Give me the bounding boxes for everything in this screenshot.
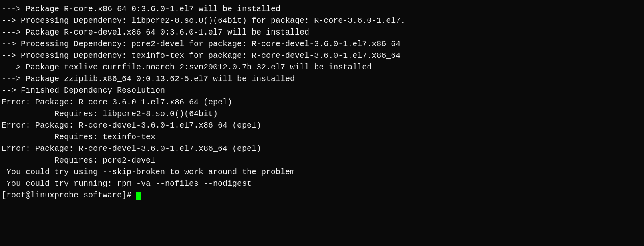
terminal-line: ---> Package zziplib.x86_64 0:0.13.62-5.… [2,73,642,85]
terminal-line: ---> Package texlive-currfile.noarch 2:s… [2,61,642,73]
terminal-cursor [136,192,141,200]
terminal-line: Requires: libpcre2-8.so.0()(64bit) [2,108,642,120]
terminal-line: ---> Package R-core-devel.x86_64 0:3.6.0… [2,26,642,38]
terminal-line: You could try using --skip-broken to wor… [2,166,642,178]
terminal-line: Error: Package: R-core-devel-3.6.0-1.el7… [2,120,642,131]
terminal-line: [root@linuxprobe software]# [2,189,642,201]
terminal-line: Requires: pcre2-devel [2,155,642,166]
terminal-line: --> Processing Dependency: texinfo-tex f… [2,50,642,61]
terminal-line: --> Processing Dependency: pcre2-devel f… [2,38,642,50]
terminal-line: Error: Package: R-core-3.6.0-1.el7.x86_6… [2,96,642,108]
terminal-line: --> Processing Dependency: libpcre2-8.so… [2,15,642,26]
terminal-line: --> Finished Dependency Resolution [2,85,642,96]
terminal-line: You could try running: rpm -Va --nofiles… [2,178,642,189]
terminal-line: Error: Package: R-core-devel-3.6.0-1.el7… [2,143,642,155]
terminal-line: ---> Package R-core.x86_64 0:3.6.0-1.el7… [2,3,642,15]
terminal-window: ---> Package R-core.x86_64 0:3.6.0-1.el7… [0,0,644,246]
terminal-output: ---> Package R-core.x86_64 0:3.6.0-1.el7… [2,3,642,201]
terminal-line: Requires: texinfo-tex [2,131,642,143]
